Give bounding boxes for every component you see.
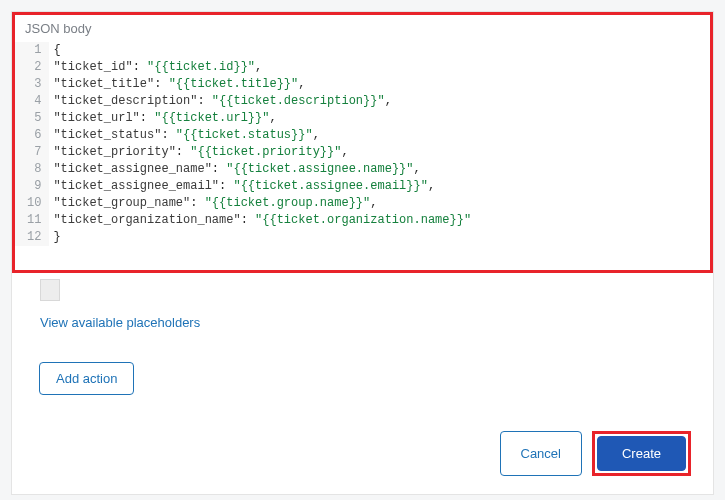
- add-action-button[interactable]: Add action: [39, 362, 134, 395]
- collapsed-control[interactable]: [40, 279, 60, 301]
- footer-actions: Cancel Create: [12, 413, 713, 494]
- json-body-section: JSON body 123456789101112 {"ticket_id": …: [12, 12, 713, 273]
- json-body-editor[interactable]: 123456789101112 {"ticket_id": "{{ticket.…: [15, 40, 710, 258]
- line-gutter: 123456789101112: [15, 42, 49, 246]
- section-label: JSON body: [15, 15, 710, 40]
- create-highlight: Create: [592, 431, 691, 476]
- code-content[interactable]: {"ticket_id": "{{ticket.id}}","ticket_ti…: [49, 42, 471, 246]
- cancel-button[interactable]: Cancel: [500, 431, 582, 476]
- create-button[interactable]: Create: [597, 436, 686, 471]
- view-placeholders-link[interactable]: View available placeholders: [12, 301, 713, 346]
